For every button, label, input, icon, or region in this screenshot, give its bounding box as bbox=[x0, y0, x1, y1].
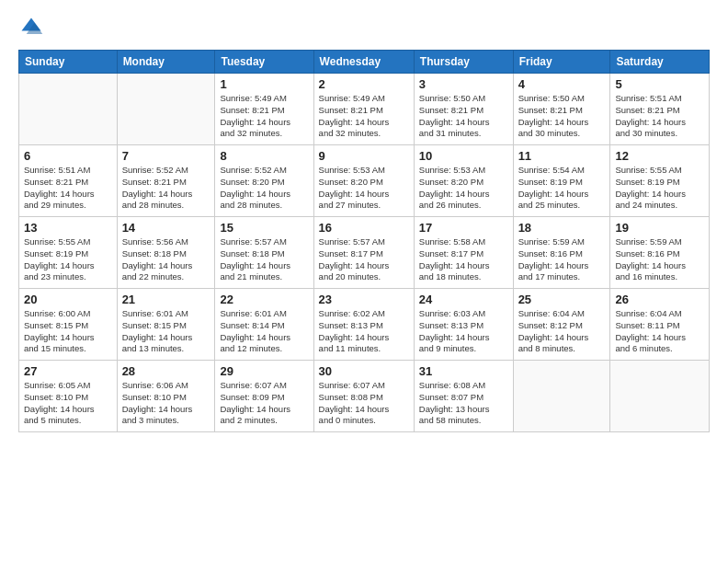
day-number: 4 bbox=[518, 77, 606, 91]
day-number: 16 bbox=[319, 221, 409, 235]
day-number: 31 bbox=[419, 364, 508, 378]
column-header-friday: Friday bbox=[513, 51, 610, 74]
calendar-cell: 4Sunrise: 5:50 AMSunset: 8:21 PMDaylight… bbox=[513, 74, 610, 145]
week-row-4: 20Sunrise: 6:00 AMSunset: 8:15 PMDayligh… bbox=[19, 289, 710, 361]
calendar-header-row: SundayMondayTuesdayWednesdayThursdayFrid… bbox=[19, 51, 710, 74]
day-number: 10 bbox=[419, 149, 508, 163]
day-number: 13 bbox=[24, 221, 112, 235]
column-header-thursday: Thursday bbox=[414, 51, 513, 74]
calendar-cell bbox=[610, 361, 710, 432]
day-number: 19 bbox=[615, 221, 704, 235]
day-number: 11 bbox=[518, 149, 606, 163]
day-number: 2 bbox=[319, 77, 409, 91]
week-row-5: 27Sunrise: 6:05 AMSunset: 8:10 PMDayligh… bbox=[19, 361, 710, 432]
column-header-saturday: Saturday bbox=[610, 51, 710, 74]
logo-icon bbox=[18, 15, 44, 40]
day-number: 5 bbox=[615, 77, 704, 91]
calendar-cell: 19Sunrise: 5:59 AMSunset: 8:16 PMDayligh… bbox=[610, 217, 710, 289]
day-info: Sunrise: 5:51 AMSunset: 8:21 PMDaylight:… bbox=[24, 165, 112, 212]
day-number: 18 bbox=[518, 221, 606, 235]
day-number: 3 bbox=[419, 77, 508, 91]
calendar-cell: 11Sunrise: 5:54 AMSunset: 8:19 PMDayligh… bbox=[513, 145, 610, 217]
calendar: SundayMondayTuesdayWednesdayThursdayFrid… bbox=[18, 50, 710, 432]
day-info: Sunrise: 5:59 AMSunset: 8:16 PMDaylight:… bbox=[615, 236, 704, 283]
day-number: 24 bbox=[419, 293, 508, 306]
calendar-cell: 1Sunrise: 5:49 AMSunset: 8:21 PMDaylight… bbox=[215, 74, 313, 145]
day-info: Sunrise: 5:58 AMSunset: 8:17 PMDaylight:… bbox=[419, 236, 508, 283]
calendar-cell bbox=[513, 361, 610, 432]
calendar-cell: 31Sunrise: 6:08 AMSunset: 8:07 PMDayligh… bbox=[414, 361, 513, 432]
day-info: Sunrise: 6:07 AMSunset: 8:08 PMDaylight:… bbox=[319, 380, 409, 427]
day-info: Sunrise: 5:49 AMSunset: 8:21 PMDaylight:… bbox=[319, 93, 409, 140]
calendar-cell: 21Sunrise: 6:01 AMSunset: 8:15 PMDayligh… bbox=[117, 289, 215, 361]
calendar-cell: 14Sunrise: 5:56 AMSunset: 8:18 PMDayligh… bbox=[117, 217, 215, 289]
page: SundayMondayTuesdayWednesdayThursdayFrid… bbox=[0, 0, 728, 563]
day-number: 22 bbox=[220, 293, 308, 306]
day-info: Sunrise: 5:57 AMSunset: 8:18 PMDaylight:… bbox=[220, 236, 308, 283]
calendar-cell: 13Sunrise: 5:55 AMSunset: 8:19 PMDayligh… bbox=[19, 217, 118, 289]
day-number: 30 bbox=[319, 364, 409, 378]
day-number: 8 bbox=[220, 149, 308, 163]
calendar-cell bbox=[117, 74, 215, 145]
calendar-cell: 6Sunrise: 5:51 AMSunset: 8:21 PMDaylight… bbox=[19, 145, 118, 217]
calendar-cell: 7Sunrise: 5:52 AMSunset: 8:21 PMDaylight… bbox=[117, 145, 215, 217]
day-info: Sunrise: 6:02 AMSunset: 8:13 PMDaylight:… bbox=[319, 308, 409, 355]
calendar-cell: 12Sunrise: 5:55 AMSunset: 8:19 PMDayligh… bbox=[610, 145, 710, 217]
calendar-cell: 26Sunrise: 6:04 AMSunset: 8:11 PMDayligh… bbox=[610, 289, 710, 361]
calendar-cell: 17Sunrise: 5:58 AMSunset: 8:17 PMDayligh… bbox=[414, 217, 513, 289]
day-info: Sunrise: 5:53 AMSunset: 8:20 PMDaylight:… bbox=[419, 165, 508, 212]
calendar-cell: 15Sunrise: 5:57 AMSunset: 8:18 PMDayligh… bbox=[215, 217, 313, 289]
calendar-cell: 2Sunrise: 5:49 AMSunset: 8:21 PMDaylight… bbox=[313, 74, 414, 145]
day-info: Sunrise: 5:50 AMSunset: 8:21 PMDaylight:… bbox=[518, 93, 606, 140]
calendar-cell: 25Sunrise: 6:04 AMSunset: 8:12 PMDayligh… bbox=[513, 289, 610, 361]
day-number: 21 bbox=[122, 293, 210, 306]
column-header-monday: Monday bbox=[117, 51, 215, 74]
day-info: Sunrise: 5:53 AMSunset: 8:20 PMDaylight:… bbox=[319, 165, 409, 212]
day-info: Sunrise: 5:59 AMSunset: 8:16 PMDaylight:… bbox=[518, 236, 606, 283]
calendar-cell: 5Sunrise: 5:51 AMSunset: 8:21 PMDaylight… bbox=[610, 74, 710, 145]
day-number: 12 bbox=[615, 149, 704, 163]
day-info: Sunrise: 6:03 AMSunset: 8:13 PMDaylight:… bbox=[419, 308, 508, 355]
calendar-cell: 22Sunrise: 6:01 AMSunset: 8:14 PMDayligh… bbox=[215, 289, 313, 361]
day-number: 27 bbox=[24, 364, 112, 378]
day-number: 7 bbox=[122, 149, 210, 163]
day-number: 1 bbox=[220, 77, 308, 91]
day-number: 28 bbox=[122, 364, 210, 378]
day-number: 9 bbox=[319, 149, 409, 163]
week-row-3: 13Sunrise: 5:55 AMSunset: 8:19 PMDayligh… bbox=[19, 217, 710, 289]
column-header-wednesday: Wednesday bbox=[313, 51, 414, 74]
day-info: Sunrise: 6:06 AMSunset: 8:10 PMDaylight:… bbox=[122, 380, 210, 427]
column-header-tuesday: Tuesday bbox=[215, 51, 313, 74]
calendar-cell bbox=[19, 74, 118, 145]
day-info: Sunrise: 6:08 AMSunset: 8:07 PMDaylight:… bbox=[419, 380, 508, 427]
calendar-cell: 3Sunrise: 5:50 AMSunset: 8:21 PMDaylight… bbox=[414, 74, 513, 145]
calendar-cell: 20Sunrise: 6:00 AMSunset: 8:15 PMDayligh… bbox=[19, 289, 118, 361]
logo bbox=[18, 15, 48, 40]
calendar-cell: 23Sunrise: 6:02 AMSunset: 8:13 PMDayligh… bbox=[313, 289, 414, 361]
day-info: Sunrise: 5:52 AMSunset: 8:21 PMDaylight:… bbox=[122, 165, 210, 212]
calendar-cell: 18Sunrise: 5:59 AMSunset: 8:16 PMDayligh… bbox=[513, 217, 610, 289]
day-number: 25 bbox=[518, 293, 606, 306]
calendar-cell: 28Sunrise: 6:06 AMSunset: 8:10 PMDayligh… bbox=[117, 361, 215, 432]
day-number: 26 bbox=[615, 293, 704, 306]
day-info: Sunrise: 6:05 AMSunset: 8:10 PMDaylight:… bbox=[24, 380, 112, 427]
day-info: Sunrise: 6:00 AMSunset: 8:15 PMDaylight:… bbox=[24, 308, 112, 355]
day-info: Sunrise: 6:01 AMSunset: 8:15 PMDaylight:… bbox=[122, 308, 210, 355]
week-row-1: 1Sunrise: 5:49 AMSunset: 8:21 PMDaylight… bbox=[19, 74, 710, 145]
day-info: Sunrise: 6:07 AMSunset: 8:09 PMDaylight:… bbox=[220, 380, 308, 427]
day-info: Sunrise: 6:01 AMSunset: 8:14 PMDaylight:… bbox=[220, 308, 308, 355]
day-info: Sunrise: 5:51 AMSunset: 8:21 PMDaylight:… bbox=[615, 93, 704, 140]
day-info: Sunrise: 6:04 AMSunset: 8:12 PMDaylight:… bbox=[518, 308, 606, 355]
day-number: 15 bbox=[220, 221, 308, 235]
day-info: Sunrise: 5:49 AMSunset: 8:21 PMDaylight:… bbox=[220, 93, 308, 140]
day-info: Sunrise: 5:56 AMSunset: 8:18 PMDaylight:… bbox=[122, 236, 210, 283]
day-number: 17 bbox=[419, 221, 508, 235]
calendar-cell: 30Sunrise: 6:07 AMSunset: 8:08 PMDayligh… bbox=[313, 361, 414, 432]
day-number: 29 bbox=[220, 364, 308, 378]
day-info: Sunrise: 6:04 AMSunset: 8:11 PMDaylight:… bbox=[615, 308, 704, 355]
day-number: 20 bbox=[24, 293, 112, 306]
week-row-2: 6Sunrise: 5:51 AMSunset: 8:21 PMDaylight… bbox=[19, 145, 710, 217]
calendar-cell: 24Sunrise: 6:03 AMSunset: 8:13 PMDayligh… bbox=[414, 289, 513, 361]
calendar-cell: 16Sunrise: 5:57 AMSunset: 8:17 PMDayligh… bbox=[313, 217, 414, 289]
column-header-sunday: Sunday bbox=[19, 51, 118, 74]
